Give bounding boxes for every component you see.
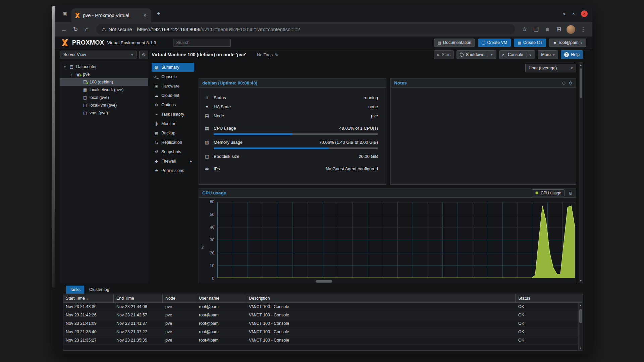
profile-avatar[interactable] — [567, 25, 575, 34]
summary-content: Hour (average) ∨ debian (Uptime: 00:08:4… — [194, 60, 583, 283]
task-user: root@pam — [196, 329, 246, 334]
scrollbar-thumb[interactable] — [580, 68, 582, 98]
browser-tab[interactable]: pve - Proxmox Virtual × — [71, 8, 151, 22]
vm-nav-item[interactable]: ◎ Monitor — [152, 119, 194, 128]
chevron-down-icon[interactable]: ∨ — [530, 53, 532, 56]
column-description[interactable]: Description — [246, 294, 516, 302]
task-row[interactable]: Nov 23 21:43:36 Nov 23 21:44:08 pve root… — [63, 303, 583, 311]
tab-tasks[interactable]: Tasks — [66, 286, 84, 294]
bookmark-star-icon[interactable]: ☆ — [519, 24, 530, 35]
column-status[interactable]: Status — [516, 294, 583, 302]
tab-cluster-log[interactable]: Cluster log — [86, 286, 113, 294]
new-tab-button[interactable]: + — [154, 9, 163, 18]
vm-nav-item[interactable]: ⚙ Options — [152, 100, 194, 109]
tree-item[interactable]: ▦ localnetwork (pve) — [60, 86, 148, 94]
scroll-up-icon[interactable]: ▲ — [580, 63, 582, 67]
column-start-time[interactable]: Start Time↓ — [63, 294, 114, 302]
create-ct-button[interactable]: ▦Create CT — [514, 39, 546, 47]
vm-nav-item[interactable]: ↺ Snapshots — [152, 147, 194, 156]
tab-title: pve - Proxmox Virtual — [83, 13, 139, 18]
tree-header: Server View ∨ ⚙ — [60, 49, 148, 60]
task-row[interactable]: Nov 23 21:42:26 Nov 23 21:42:57 pve root… — [63, 311, 583, 319]
tree-item[interactable]: ◫ vms (pve) — [60, 109, 148, 117]
vm-nav-item[interactable]: ≡ Task History — [152, 110, 194, 119]
tree-item-icon: ▤ — [69, 64, 74, 69]
scroll-down-icon[interactable]: ▼ — [580, 279, 582, 283]
nav-item-icon: ▣ — [154, 84, 159, 88]
column-end-time[interactable]: End Time — [114, 294, 163, 302]
notes-settings-gear-icon[interactable]: ⚙ — [569, 80, 573, 85]
tree-item-label: local-lvm (pve) — [90, 103, 117, 108]
browser-menu-icon[interactable]: ⋮ — [578, 24, 588, 35]
column-user-name[interactable]: User name — [196, 294, 246, 302]
tree-item[interactable]: ∨ ▤ Datacenter — [60, 63, 148, 70]
period-selector[interactable]: Hour (average) ∨ — [525, 64, 576, 72]
back-icon[interactable]: ← — [59, 24, 69, 35]
task-row[interactable]: Nov 23 21:41:09 Nov 23 21:41:37 pve root… — [63, 319, 583, 328]
cpu-usage-panel: CPU usage CPU usage ⊖ % — [199, 188, 576, 283]
vm-nav-item[interactable]: ◆ Firewall ▸ — [152, 157, 194, 166]
scroll-up-icon[interactable]: ▲ — [580, 303, 582, 307]
tree-expand-icon[interactable]: ∨ — [69, 73, 74, 76]
y-tick-label: 30 — [210, 238, 214, 242]
usage-progress-fill — [214, 147, 329, 149]
view-selector[interactable]: Server View ∨ — [60, 51, 137, 59]
pencil-icon[interactable]: ✎ — [275, 52, 278, 57]
vm-nav-item[interactable]: >_ Console — [152, 72, 194, 81]
scroll-down-icon[interactable]: ▼ — [580, 346, 582, 350]
tree-item[interactable]: ∨ ▣ pve — [60, 70, 148, 78]
horizontal-scrollbar-thumb[interactable] — [316, 280, 332, 283]
user-menu-button[interactable]: ☻root@pam∨ — [549, 39, 586, 47]
task-row[interactable]: Nov 23 21:35:27 Nov 23 21:35:35 pve root… — [63, 336, 583, 345]
vm-nav-item[interactable]: ▦ Backup — [152, 128, 194, 137]
more-button[interactable]: More∨ — [538, 50, 558, 59]
start-button[interactable]: ▶Start — [434, 50, 454, 59]
documentation-button[interactable]: ▤Documentation — [434, 39, 475, 47]
window-close-button[interactable]: × — [581, 10, 588, 17]
tree-item[interactable]: ❒ 100 (debian) — [60, 78, 148, 86]
help-button[interactable]: ?Help — [561, 50, 583, 59]
extensions-icon[interactable]: ⊞ — [553, 24, 564, 35]
task-row[interactable]: Nov 23 21:35:40 Nov 23 21:37:27 pve root… — [63, 328, 583, 336]
url-text: https://192.168.122.163:8006/#v1:0:=qemu… — [137, 27, 300, 32]
vm-nav-item[interactable]: ☁ Cloud-Init — [152, 91, 194, 100]
collapse-panel-icon[interactable]: ⊖ — [569, 190, 573, 196]
window-menu-icon[interactable]: ▣ — [60, 9, 69, 18]
legend-dot-icon — [535, 191, 538, 194]
console-button[interactable]: >_Console∨ — [499, 50, 535, 59]
scrollbar-thumb[interactable] — [579, 309, 582, 323]
status-row-value: No Guest Agent configured — [326, 166, 378, 171]
tree-expand-icon[interactable]: ∨ — [63, 65, 67, 68]
not-secure-warning-icon[interactable]: ⚠ — [102, 26, 106, 33]
browser-toolbar: ← ↻ ⌂ ⚠ Not secure https://192.168.122.1… — [55, 22, 592, 37]
status-row-icon: ♥ — [204, 104, 210, 109]
address-bar[interactable]: ⚠ Not secure https://192.168.122.163:800… — [96, 24, 515, 35]
vm-nav-item[interactable]: ⇆ Replication — [152, 138, 194, 147]
tree-item[interactable]: ◫ local (pve) — [60, 94, 148, 101]
side-panel-icon[interactable]: ❏ — [531, 24, 541, 35]
tree-item[interactable]: ◫ local-lvm (pve) — [60, 101, 148, 109]
column-node[interactable]: Node — [163, 294, 196, 302]
nav-item-icon: ⚙ — [154, 103, 159, 107]
content-scrollbar[interactable]: ▲ ▼ — [579, 62, 583, 283]
home-icon[interactable]: ⌂ — [82, 24, 92, 35]
tab-close-icon[interactable]: × — [142, 12, 148, 18]
reload-icon[interactable]: ↻ — [70, 24, 81, 35]
notes-info-icon[interactable]: ⊙ — [562, 80, 566, 85]
search-input[interactable] — [173, 39, 231, 47]
vm-nav-item[interactable]: ★ Permissions — [152, 166, 194, 175]
window-maximize-button[interactable]: ∧ — [569, 9, 578, 18]
shutdown-button[interactable]: Shutdown∨ — [457, 50, 496, 59]
vm-nav-item[interactable]: ▤ Summary — [152, 63, 194, 72]
create-vm-button[interactable]: ▢Create VM — [478, 39, 511, 47]
tags-editor[interactable]: No Tags✎ — [257, 52, 278, 57]
tasks-scrollbar[interactable]: ▲ ▼ — [578, 303, 583, 350]
notes-body[interactable] — [391, 88, 576, 184]
tree-settings-gear-icon[interactable]: ⚙ — [139, 51, 148, 59]
chevron-down-icon[interactable]: ∨ — [491, 53, 493, 56]
window-minimize-button[interactable]: ∨ — [559, 9, 569, 18]
reading-list-icon[interactable]: ≡ — [542, 24, 553, 35]
status-row-icon: ▤ — [204, 113, 210, 118]
nav-item-label: Task History — [161, 112, 184, 117]
vm-nav-item[interactable]: ▣ Hardware — [152, 81, 194, 90]
